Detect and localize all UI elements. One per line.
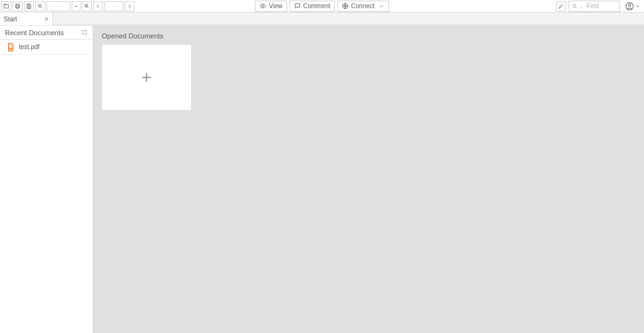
- open-document-tile[interactable]: +: [102, 45, 191, 110]
- eye-icon: [259, 3, 266, 9]
- page-input[interactable]: [104, 1, 123, 11]
- user-icon: [625, 2, 634, 11]
- svg-rect-0: [4, 4, 9, 8]
- toolbar: View Comment Connect -: [0, 0, 644, 13]
- prev-page-icon[interactable]: [93, 1, 103, 11]
- svg-rect-19: [83, 31, 87, 35]
- edit-icon[interactable]: [556, 1, 566, 11]
- toolbar-center: View Comment Connect: [255, 1, 389, 12]
- zoom-out-icon[interactable]: [35, 1, 45, 11]
- next-page-icon[interactable]: [125, 1, 135, 11]
- content-area: Opened Documents +: [93, 26, 644, 333]
- find-sep: -: [580, 3, 583, 10]
- view-mode-button[interactable]: View: [255, 1, 287, 12]
- svg-line-10: [87, 7, 89, 8]
- svg-rect-4: [28, 4, 30, 5]
- close-icon[interactable]: ×: [45, 16, 48, 23]
- find-box[interactable]: -: [569, 1, 620, 12]
- open-icon[interactable]: [1, 1, 11, 11]
- recent-item-label: test.pdf: [19, 43, 40, 50]
- connect-label: Connect: [351, 3, 374, 9]
- main: Recent Documents PDF test.pdf Opened Doc…: [0, 25, 644, 333]
- zoom-dropdown[interactable]: [72, 1, 80, 11]
- comment-mode-button[interactable]: Comment: [289, 1, 335, 12]
- save-icon[interactable]: [24, 1, 34, 11]
- recent-item[interactable]: PDF test.pdf: [0, 40, 92, 55]
- search-icon: [572, 3, 578, 9]
- svg-rect-5: [28, 6, 30, 8]
- svg-line-16: [575, 7, 577, 8]
- svg-point-18: [628, 4, 631, 6]
- plus-icon: +: [142, 69, 152, 86]
- connect-icon: [341, 3, 348, 9]
- chevron-down-icon: [635, 4, 640, 9]
- sidebar: Recent Documents PDF test.pdf: [0, 26, 93, 333]
- connect-dropdown[interactable]: [379, 4, 385, 9]
- tab-start[interactable]: Start ×: [0, 13, 53, 25]
- user-menu[interactable]: [623, 2, 643, 11]
- sidebar-title: Recent Documents: [5, 29, 64, 37]
- tab-bar: Start ×: [0, 13, 644, 25]
- print-icon[interactable]: [13, 1, 23, 11]
- recent-list: PDF test.pdf: [0, 40, 92, 55]
- toolbar-right: -: [556, 1, 643, 12]
- comment-label: Comment: [303, 3, 330, 9]
- view-label: View: [269, 3, 282, 9]
- svg-point-13: [262, 5, 264, 7]
- zoom-input[interactable]: [47, 1, 70, 11]
- connect-mode-button[interactable]: Connect: [337, 1, 389, 12]
- svg-text:PDF: PDF: [9, 47, 14, 50]
- sidebar-header: Recent Documents: [0, 26, 92, 40]
- svg-line-7: [41, 7, 42, 8]
- opened-docs-heading: Opened Documents: [102, 32, 635, 40]
- toolbar-left: [1, 1, 135, 11]
- find-input[interactable]: [586, 2, 616, 10]
- pin-icon[interactable]: [82, 30, 87, 35]
- svg-point-15: [573, 4, 576, 7]
- tab-label: Start: [4, 16, 17, 23]
- svg-rect-3: [16, 6, 19, 8]
- pdf-icon: PDF: [6, 43, 15, 52]
- comment-icon: [294, 3, 301, 9]
- zoom-in-icon[interactable]: [82, 1, 92, 11]
